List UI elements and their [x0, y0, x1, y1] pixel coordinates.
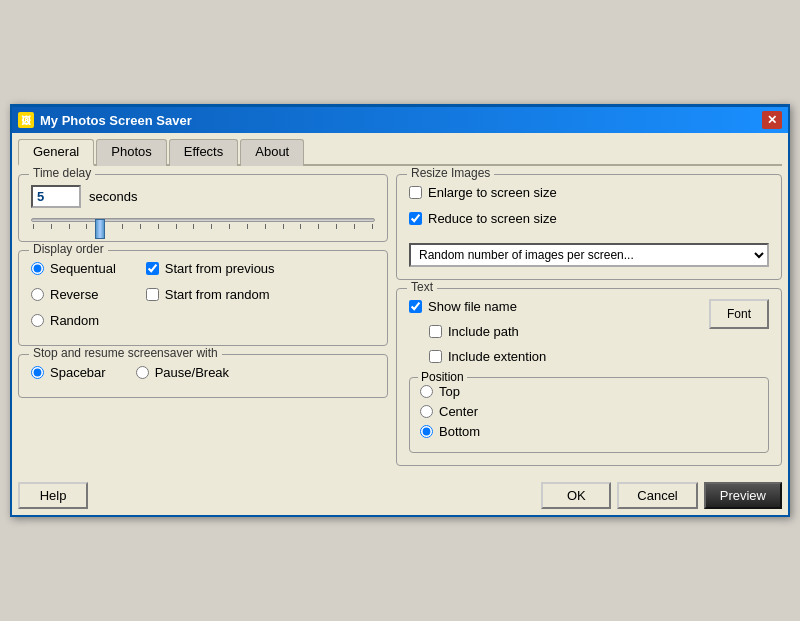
text-checkboxes: Show file name Include path Include exte…	[409, 299, 699, 369]
window-title: My Photos Screen Saver	[40, 113, 192, 128]
left-column: Time delay seconds	[18, 174, 388, 466]
cancel-button[interactable]: Cancel	[617, 482, 697, 509]
reduce-label[interactable]: Reduce to screen size	[428, 211, 557, 226]
bottom-right-buttons: OK Cancel Preview	[541, 482, 782, 509]
stop-resume-group: Stop and resume screensaver with Spaceba…	[18, 354, 388, 398]
window-body: General Photos Effects About Time delay …	[12, 133, 788, 515]
close-button[interactable]: ✕	[762, 111, 782, 129]
checkbox-include-path[interactable]	[429, 325, 442, 338]
seconds-label: seconds	[89, 189, 137, 204]
font-button[interactable]: Font	[709, 299, 769, 329]
preview-button[interactable]: Preview	[704, 482, 782, 509]
app-icon: 🖼	[18, 112, 34, 128]
title-bar-left: 🖼 My Photos Screen Saver	[18, 112, 192, 128]
radio-bottom-input[interactable]	[420, 425, 433, 438]
bottom-bar: Help OK Cancel Preview	[18, 476, 782, 509]
time-input-row: seconds	[31, 185, 375, 208]
checkbox-include-ext[interactable]	[429, 350, 442, 363]
include-ext-label[interactable]: Include extention	[448, 349, 546, 364]
start-rand-label[interactable]: Start from random	[165, 287, 270, 302]
check-start-rand: Start from random	[146, 287, 275, 302]
time-input[interactable]	[31, 185, 81, 208]
content-area: Time delay seconds	[18, 174, 782, 466]
resize-images-group: Resize Images Enlarge to screen size Red…	[396, 174, 782, 280]
right-column: Resize Images Enlarge to screen size Red…	[396, 174, 782, 466]
tab-bar: General Photos Effects About	[18, 139, 782, 166]
tab-general[interactable]: General	[18, 139, 94, 166]
position-group: Position Top Center Bottom	[409, 377, 769, 453]
radio-sequentual-label[interactable]: Sequentual	[50, 261, 116, 276]
title-bar: 🖼 My Photos Screen Saver ✕	[12, 107, 788, 133]
bottom-label[interactable]: Bottom	[439, 424, 480, 439]
time-delay-group: Time delay seconds	[18, 174, 388, 242]
radio-top-input[interactable]	[420, 385, 433, 398]
radio-top: Top	[420, 384, 758, 399]
radio-pause-input[interactable]	[136, 366, 149, 379]
slider-container	[31, 218, 375, 229]
spacebar-label[interactable]: Spacebar	[50, 365, 106, 380]
radio-reverse: Reverse	[31, 287, 116, 302]
check-start-prev: Start from previous	[146, 261, 275, 276]
include-path-label[interactable]: Include path	[448, 324, 519, 339]
check-include-path: Include path	[429, 324, 699, 339]
order-col-left: Sequentual Reverse Random	[31, 261, 116, 333]
tab-effects[interactable]: Effects	[169, 139, 239, 166]
radio-random-input[interactable]	[31, 314, 44, 327]
text-group-label: Text	[407, 280, 437, 294]
radio-random: Random	[31, 313, 116, 328]
center-label[interactable]: Center	[439, 404, 478, 419]
slider-thumb[interactable]	[95, 219, 105, 239]
text-group-inner: Show file name Include path Include exte…	[409, 299, 769, 369]
images-per-screen-select[interactable]: Random number of images per screen... 1 …	[409, 243, 769, 267]
radio-sequentual-input[interactable]	[31, 262, 44, 275]
radio-reverse-input[interactable]	[31, 288, 44, 301]
checkbox-start-prev[interactable]	[146, 262, 159, 275]
radio-center: Center	[420, 404, 758, 419]
show-filename-label[interactable]: Show file name	[428, 299, 517, 314]
tab-about[interactable]: About	[240, 139, 304, 166]
pause-label[interactable]: Pause/Break	[155, 365, 229, 380]
check-include-ext: Include extention	[429, 349, 699, 364]
time-delay-label: Time delay	[29, 166, 95, 180]
checkbox-reduce[interactable]	[409, 212, 422, 225]
images-per-screen-row: Random number of images per screen... 1 …	[409, 243, 769, 267]
radio-reverse-label[interactable]: Reverse	[50, 287, 98, 302]
check-reduce: Reduce to screen size	[409, 211, 769, 226]
radio-random-label[interactable]: Random	[50, 313, 99, 328]
ok-button[interactable]: OK	[541, 482, 611, 509]
slider-track	[31, 218, 375, 222]
display-order-label: Display order	[29, 242, 108, 256]
resize-label: Resize Images	[407, 166, 494, 180]
font-button-area: Font	[709, 299, 769, 369]
start-prev-label[interactable]: Start from previous	[165, 261, 275, 276]
resize-group: Enlarge to screen size Reduce to screen …	[409, 185, 769, 267]
radio-spacebar-input[interactable]	[31, 366, 44, 379]
main-window: 🖼 My Photos Screen Saver ✕ General Photo…	[10, 104, 790, 517]
display-order-inner: Sequentual Reverse Random	[31, 261, 375, 333]
tab-photos[interactable]: Photos	[96, 139, 166, 166]
radio-sequentual: Sequentual	[31, 261, 116, 276]
check-enlarge: Enlarge to screen size	[409, 185, 769, 200]
help-button[interactable]: Help	[18, 482, 88, 509]
checkbox-enlarge[interactable]	[409, 186, 422, 199]
enlarge-label[interactable]: Enlarge to screen size	[428, 185, 557, 200]
slider-thumb-wrap	[32, 219, 374, 239]
position-label: Position	[418, 370, 467, 384]
stop-resume-options: Spacebar Pause/Break	[31, 365, 375, 385]
radio-pause: Pause/Break	[136, 365, 229, 380]
checkbox-show-filename[interactable]	[409, 300, 422, 313]
radio-center-input[interactable]	[420, 405, 433, 418]
top-label[interactable]: Top	[439, 384, 460, 399]
radio-bottom: Bottom	[420, 424, 758, 439]
display-order-group: Display order Sequentual Reverse	[18, 250, 388, 346]
order-col-right: Start from previous Start from random	[146, 261, 275, 333]
radio-spacebar: Spacebar	[31, 365, 106, 380]
stop-resume-label: Stop and resume screensaver with	[29, 346, 222, 360]
check-show-filename: Show file name	[409, 299, 699, 314]
text-group: Text Show file name Include path	[396, 288, 782, 466]
checkbox-start-rand[interactable]	[146, 288, 159, 301]
